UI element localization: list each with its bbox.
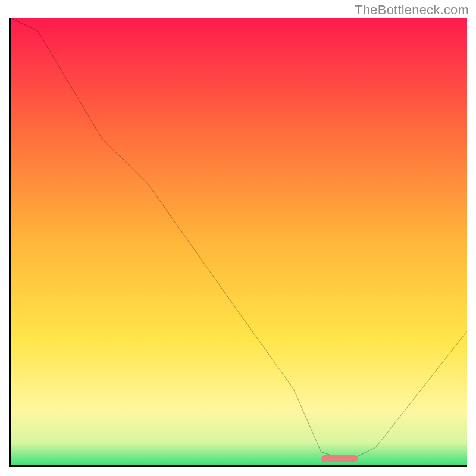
curve-svg [11, 18, 467, 465]
minimum-marker-pill [321, 455, 358, 462]
watermark-text: TheBottleneck.com [355, 2, 469, 18]
plot-frame [9, 18, 467, 467]
chart-stage: TheBottleneck.com [0, 0, 476, 476]
bottleneck-curve-path [11, 18, 467, 461]
